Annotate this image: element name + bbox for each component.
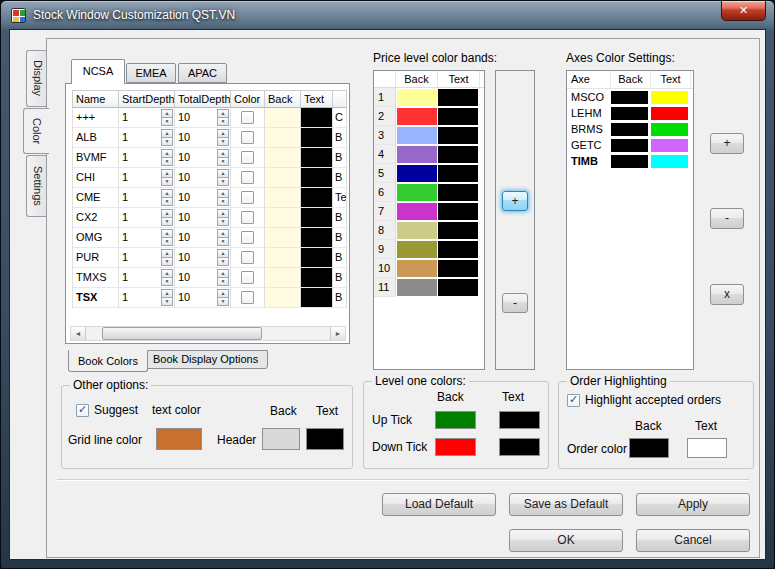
spinner-up-icon[interactable]: ▲: [217, 249, 229, 258]
header-color[interactable]: Color: [231, 90, 265, 108]
band-back-swatch[interactable]: [397, 203, 437, 220]
back-color-swatch[interactable]: [265, 168, 301, 188]
start-depth-spinner[interactable]: ▲▼: [161, 169, 173, 186]
header-startdepth[interactable]: StartDepth: [119, 90, 175, 108]
color-checkbox-cell[interactable]: [231, 168, 265, 188]
total-depth-cell[interactable]: 10 ▲▼: [175, 188, 231, 208]
table-row[interactable]: TMXS 1 ▲▼ 10 ▲▼ B: [73, 268, 347, 288]
total-depth-spinner[interactable]: ▲▼: [217, 209, 229, 226]
spinner-down-icon[interactable]: ▼: [217, 278, 229, 286]
total-depth-spinner[interactable]: ▲▼: [217, 149, 229, 166]
spinner-up-icon[interactable]: ▲: [161, 249, 173, 258]
spinner-up-icon[interactable]: ▲: [161, 109, 173, 118]
band-back-swatch[interactable]: [397, 89, 437, 106]
spinner-down-icon[interactable]: ▼: [217, 158, 229, 166]
tab-color[interactable]: Color: [23, 108, 49, 154]
highlight-accepted-orders-checkbox[interactable]: ✓: [567, 394, 580, 407]
spinner-down-icon[interactable]: ▼: [217, 258, 229, 266]
total-depth-cell[interactable]: 10 ▲▼: [175, 128, 231, 148]
axe-text-swatch[interactable]: [651, 139, 688, 152]
order-back-swatch[interactable]: [629, 438, 669, 458]
start-depth-cell[interactable]: 1 ▲▼: [119, 228, 175, 248]
text-color-swatch[interactable]: [301, 108, 333, 128]
band-back-swatch[interactable]: [397, 279, 437, 296]
suggest-text-color-checkbox[interactable]: ✓: [76, 404, 89, 417]
total-depth-spinner[interactable]: ▲▼: [217, 109, 229, 126]
start-depth-spinner[interactable]: ▲▼: [161, 149, 173, 166]
remove-band-button[interactable]: -: [502, 293, 528, 313]
spinner-down-icon[interactable]: ▼: [161, 218, 173, 226]
band-text-swatch[interactable]: [438, 279, 478, 296]
back-color-swatch[interactable]: [265, 248, 301, 268]
text-color-swatch[interactable]: [301, 208, 333, 228]
axe-back-swatch[interactable]: [611, 107, 648, 120]
total-depth-cell[interactable]: 10 ▲▼: [175, 268, 231, 288]
exchange-name-cell[interactable]: CX2: [73, 208, 119, 228]
total-depth-cell[interactable]: 10 ▲▼: [175, 208, 231, 228]
spinner-up-icon[interactable]: ▲: [161, 169, 173, 178]
color-checkbox[interactable]: [241, 111, 254, 124]
total-depth-spinner[interactable]: ▲▼: [217, 249, 229, 266]
text-color-swatch[interactable]: [301, 288, 333, 308]
tab-book-colors[interactable]: Book Colors: [68, 350, 148, 372]
cancel-button[interactable]: Cancel: [636, 529, 750, 552]
spinner-up-icon[interactable]: ▲: [217, 269, 229, 278]
color-checkbox[interactable]: [241, 191, 254, 204]
text-color-swatch[interactable]: [301, 228, 333, 248]
start-depth-spinner[interactable]: ▲▼: [161, 249, 173, 266]
table-row[interactable]: TSX 1 ▲▼ 10 ▲▼ B: [73, 288, 347, 308]
back-color-swatch[interactable]: [265, 128, 301, 148]
table-row[interactable]: BVMF 1 ▲▼ 10 ▲▼ B: [73, 148, 347, 168]
table-row[interactable]: CHI 1 ▲▼ 10 ▲▼ B: [73, 168, 347, 188]
axes-row[interactable]: GETC: [567, 137, 693, 153]
tab-emea[interactable]: EMEA: [126, 63, 176, 83]
axe-back-swatch[interactable]: [611, 155, 648, 168]
spinner-up-icon[interactable]: ▲: [161, 189, 173, 198]
spinner-down-icon[interactable]: ▼: [161, 138, 173, 146]
color-checkbox[interactable]: [241, 211, 254, 224]
start-depth-cell[interactable]: 1 ▲▼: [119, 148, 175, 168]
spinner-down-icon[interactable]: ▼: [217, 118, 229, 126]
band-text-swatch[interactable]: [438, 146, 478, 163]
total-depth-cell[interactable]: 10 ▲▼: [175, 148, 231, 168]
band-back-swatch[interactable]: [397, 241, 437, 258]
spinner-down-icon[interactable]: ▼: [161, 118, 173, 126]
exchange-name-cell[interactable]: +++: [73, 108, 119, 128]
exchange-name-cell[interactable]: BVMF: [73, 148, 119, 168]
text-color-swatch[interactable]: [301, 148, 333, 168]
scrollbar-thumb[interactable]: [102, 327, 262, 340]
spinner-up-icon[interactable]: ▲: [217, 169, 229, 178]
exchange-name-cell[interactable]: OMG: [73, 228, 119, 248]
apply-button[interactable]: Apply: [636, 493, 750, 516]
scroll-left-icon[interactable]: ◄: [71, 327, 86, 340]
axe-name[interactable]: GETC: [567, 139, 611, 151]
header-back-swatch[interactable]: [262, 428, 300, 450]
start-depth-spinner[interactable]: ▲▼: [161, 129, 173, 146]
axes-row[interactable]: BRMS: [567, 121, 693, 137]
band-back-swatch[interactable]: [397, 184, 437, 201]
back-color-swatch[interactable]: [265, 228, 301, 248]
add-axe-button[interactable]: +: [710, 133, 744, 154]
axe-name[interactable]: TIMB: [567, 155, 611, 167]
text-color-swatch[interactable]: [301, 268, 333, 288]
add-band-button[interactable]: +: [502, 191, 528, 211]
exchange-name-cell[interactable]: CHI: [73, 168, 119, 188]
exchange-name-cell[interactable]: ALB: [73, 128, 119, 148]
spinner-up-icon[interactable]: ▲: [217, 109, 229, 118]
spinner-down-icon[interactable]: ▼: [161, 298, 173, 306]
start-depth-cell[interactable]: 1 ▲▼: [119, 208, 175, 228]
axes-row[interactable]: MSCO: [567, 89, 693, 105]
price-band-row[interactable]: 4: [374, 145, 484, 164]
price-band-row[interactable]: 8: [374, 221, 484, 240]
total-depth-cell[interactable]: 10 ▲▼: [175, 228, 231, 248]
axe-back-swatch[interactable]: [611, 91, 648, 104]
spinner-down-icon[interactable]: ▼: [161, 238, 173, 246]
color-checkbox-cell[interactable]: [231, 108, 265, 128]
start-depth-cell[interactable]: 1 ▲▼: [119, 248, 175, 268]
start-depth-cell[interactable]: 1 ▲▼: [119, 108, 175, 128]
tab-apac[interactable]: APAC: [178, 63, 227, 83]
axe-name[interactable]: BRMS: [567, 123, 611, 135]
tab-settings[interactable]: Settings: [26, 155, 48, 217]
total-depth-cell[interactable]: 10 ▲▼: [175, 168, 231, 188]
axe-name[interactable]: LEHM: [567, 107, 611, 119]
